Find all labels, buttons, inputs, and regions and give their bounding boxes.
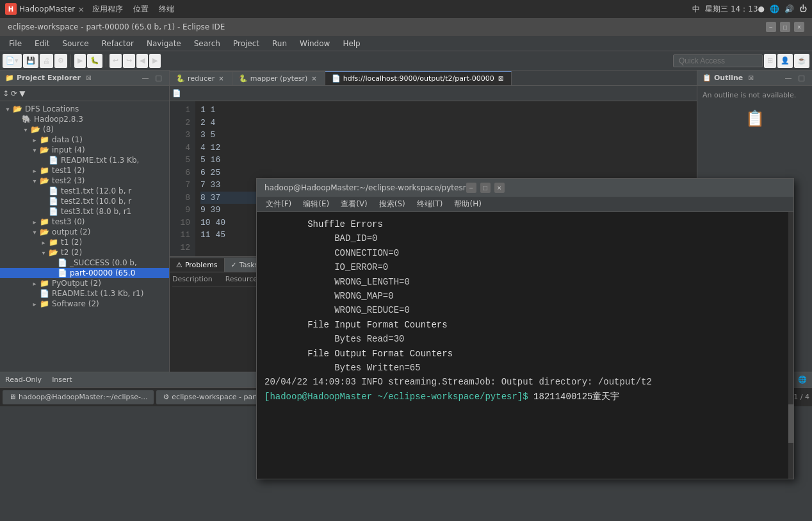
tree-item[interactable]: ▸📁data (1) [0, 135, 169, 145]
explorer-toolbar-btn2[interactable]: ⟳ [11, 89, 17, 98]
menu-run[interactable]: Run [267, 38, 292, 49]
toolbar-icon2[interactable]: 👤 [777, 54, 793, 68]
terminal-menu-view[interactable]: 查看(V) [336, 197, 373, 211]
tree-item[interactable]: ▾📂input (4) [0, 145, 169, 155]
menu-help[interactable]: Help [337, 38, 365, 49]
status-mode: Insert [52, 376, 72, 384]
maximize-btn[interactable]: □ [780, 22, 790, 32]
outline-max-btn[interactable]: □ [797, 73, 807, 83]
toolbar-icon3[interactable]: ☕ [794, 54, 809, 68]
terminal-close-btn[interactable]: × [494, 183, 505, 193]
tree-item-label: data (1) [52, 135, 83, 144]
menu-terminal[interactable]: 终端 [159, 4, 174, 15]
close-btn[interactable]: × [794, 22, 804, 32]
tree-item-icon: 📂 [40, 227, 49, 236]
tab-hdfs-file[interactable]: 📄 hdfs://localhost:9000/output/t2/part-0… [325, 71, 512, 85]
tree-item[interactable]: 📄README.txt (1.3 Kb, [0, 155, 169, 165]
tree-item[interactable]: ▸📁Software (2) [0, 299, 169, 309]
tree-arrow: ▸ [31, 280, 38, 287]
tree-item[interactable]: 📄test3.txt (8.0 b, r1 [0, 206, 169, 217]
terminal-menu-terminal[interactable]: 终端(T) [412, 197, 448, 211]
problems-icon: ⚠ [176, 261, 183, 269]
project-explorer-title: Project Explorer [17, 74, 81, 82]
tab-reducer[interactable]: 🐍 reducer × [170, 71, 232, 85]
minimize-btn[interactable]: − [766, 22, 776, 32]
run-btn[interactable]: ▶ [74, 54, 86, 68]
system-menu: 应用程序 位置 终端 [92, 4, 174, 15]
toolbar-btn3[interactable]: ↩ [110, 54, 122, 68]
menu-navigate[interactable]: Navigate [142, 38, 186, 49]
tab-problems-label: Problems [185, 261, 218, 269]
terminal-menu-search[interactable]: 搜索(S) [374, 197, 410, 211]
toolbar-btn6[interactable]: ▶ [149, 54, 161, 68]
explorer-toolbar-btn3[interactable]: ▼ [19, 89, 25, 98]
tab-reducer-close[interactable]: × [217, 75, 225, 82]
outline-title: Outline [714, 74, 743, 82]
explorer-toolbar-btn1[interactable]: ↕ [3, 89, 9, 98]
terminal-line: WRONG_MAP=0 [264, 289, 781, 303]
menu-project[interactable]: Project [228, 38, 264, 49]
menu-source[interactable]: Source [57, 38, 93, 49]
terminal-scrollthumb[interactable] [788, 404, 793, 443]
tab-hdfs-close[interactable]: ⊠ [497, 75, 505, 82]
tab-reducer-label: reducer [188, 74, 215, 83]
line-number: 4 [175, 142, 190, 154]
tab-problems[interactable]: ⚠ Problems [170, 258, 225, 272]
taskbar-terminal[interactable]: 🖥 hadoop@HadoopMaster:~/eclipse-... [3, 390, 154, 404]
col-description: Description [172, 275, 213, 283]
tree-item[interactable]: ▸📁t1 (2) [0, 237, 169, 247]
tree-item[interactable]: 📄README.txt (1.3 Kb, r1) [0, 288, 169, 299]
terminal-menu-file[interactable]: 文件(F) [261, 197, 296, 211]
menu-apps[interactable]: 应用程序 [92, 4, 123, 15]
terminal-menu-edit[interactable]: 编辑(E) [298, 197, 334, 211]
tree-item[interactable]: ▸📁PyOutput (2) [0, 278, 169, 288]
tree-item-label: Hadoop2.8.3 [34, 115, 83, 124]
terminal-min-btn[interactable]: − [466, 183, 476, 193]
tree-item[interactable]: ▸📁test3 (0) [0, 217, 169, 227]
toolbar-btn5[interactable]: ◀ [136, 54, 148, 68]
tree-item[interactable]: 🐘Hadoop2.8.3 [0, 114, 169, 124]
menu-refactor[interactable]: Refactor [97, 38, 139, 49]
tree-item[interactable]: 📄part-00000 (65.0 [0, 268, 169, 278]
terminal-scrollbar[interactable] [788, 212, 793, 479]
terminal-menu-help[interactable]: 帮助(H) [449, 197, 486, 211]
menu-window[interactable]: Window [295, 38, 335, 49]
outline-min-btn[interactable]: — [783, 73, 794, 83]
new-btn[interactable]: 📄▾ [3, 54, 22, 68]
tree-item[interactable]: ▾📂(8) [0, 124, 169, 135]
tree-item-label: input (4) [52, 145, 85, 154]
icon-btn1[interactable]: ⚙ [54, 54, 67, 68]
toolbar-btn4[interactable]: ↪ [123, 54, 135, 68]
save-btn[interactable]: 💾 [23, 54, 38, 68]
tree-item[interactable]: ▾📂t2 (2) [0, 247, 169, 258]
tab-mapper[interactable]: 🐍 mapper (pytesr) × [232, 71, 325, 85]
menu-search[interactable]: Search [189, 38, 225, 49]
quick-access-input[interactable] [673, 54, 763, 67]
tab-mapper-close[interactable]: × [310, 75, 318, 82]
menu-places[interactable]: 位置 [133, 4, 149, 15]
app-close-btn[interactable]: × [77, 4, 85, 14]
project-explorer-panel: 📁 Project Explorer ⊠ — □ ↕ ⟳ ▼ ▾📂DFS Loc… [0, 70, 170, 372]
tree-arrow: ▸ [31, 219, 38, 226]
tree-item[interactable]: ▾📂test2 (3) [0, 176, 169, 186]
outline-header: 📋 Outline ⊠ — □ [697, 70, 812, 86]
print-btn[interactable]: 🖨 [40, 54, 53, 68]
panel-max-btn[interactable]: □ [154, 73, 164, 83]
toolbar-icon1[interactable]: ⊞ [764, 54, 776, 68]
tree-arrow: ▾ [4, 106, 12, 113]
app-title: HadoopMaster [19, 4, 75, 13]
tree-item-label: test1.txt (12.0 b, r [61, 186, 131, 195]
tree-item[interactable]: 📄_SUCCESS (0.0 b, [0, 258, 169, 268]
menu-edit[interactable]: Edit [29, 38, 54, 49]
tree-item[interactable]: ▾📂output (2) [0, 227, 169, 237]
menu-file[interactable]: File [4, 38, 27, 49]
tree-item-icon: 📁 [40, 279, 49, 288]
debug-btn[interactable]: 🐛 [87, 54, 102, 68]
tree-item[interactable]: 📄test1.txt (12.0 b, r [0, 186, 169, 196]
tree-item[interactable]: ▾📂DFS Locations [0, 104, 169, 114]
tree-item[interactable]: ▸📁test1 (2) [0, 165, 169, 176]
tree-item[interactable]: 📄test2.txt (10.0 b, r [0, 196, 169, 206]
terminal-max-btn[interactable]: □ [480, 183, 491, 193]
panel-min-btn[interactable]: — [140, 73, 151, 83]
tree-item-icon: 📂 [31, 125, 40, 134]
